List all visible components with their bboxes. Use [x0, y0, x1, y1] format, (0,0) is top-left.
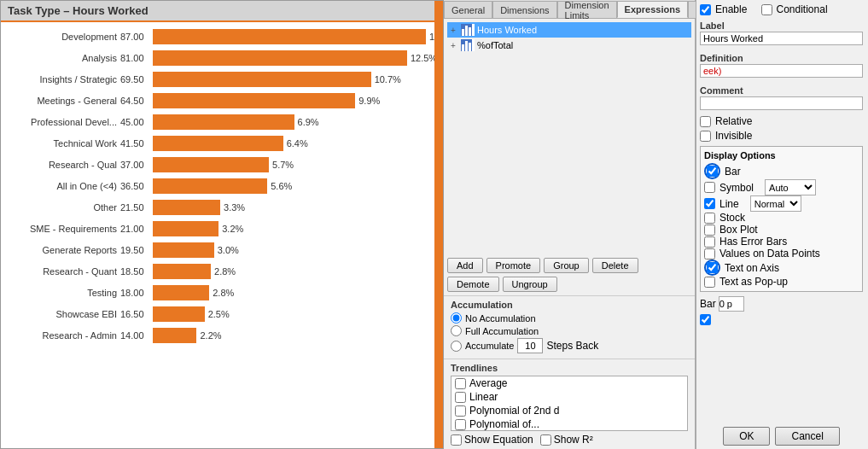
accumulate-radio[interactable]	[451, 341, 462, 352]
bar-outer: 2.8%	[153, 285, 436, 300]
bar-fill	[153, 136, 283, 151]
comment-input[interactable]	[700, 96, 863, 110]
bar-numeric-value: 21.50	[120, 202, 150, 213]
accumulate-label: Accumulate	[465, 341, 514, 351]
error-bars-checkbox[interactable]	[704, 236, 715, 248]
bar-row: Research - Qual37.005.7%	[1, 155, 436, 174]
bar-label: All in One (<4)	[1, 181, 120, 191]
bar-checkbox[interactable]	[707, 166, 718, 177]
relative-checkbox[interactable]	[700, 116, 711, 127]
bar-fill	[153, 200, 220, 215]
bar-input[interactable]	[719, 296, 744, 312]
bar-row: Showcase EBI16.502.5%	[1, 305, 436, 324]
trend-linear-label: Linear	[469, 391, 498, 403]
trend-average-checkbox[interactable]	[455, 378, 466, 389]
enable-row: Enable Conditional	[700, 3, 863, 15]
promote-button[interactable]: Promote	[486, 258, 541, 273]
chart-panel: Task Type – Hours Worked Development87.0…	[0, 0, 444, 449]
bar-percent: 2.5%	[208, 309, 230, 319]
expr-item-label: Hours Worked	[477, 25, 537, 35]
text-on-axis-checkbox[interactable]	[707, 262, 718, 273]
bar-numeric-value: 45.00	[120, 117, 150, 127]
text-as-popup-checkbox[interactable]	[704, 277, 715, 288]
expression-item-1[interactable]: +%ofTotal	[447, 38, 691, 53]
add-button[interactable]: Add	[447, 258, 483, 273]
bar-label: Analysis	[1, 53, 120, 63]
show-r2-checkbox[interactable]	[540, 434, 551, 446]
bar-outer: 2.5%	[153, 306, 436, 322]
label-title: Label	[700, 20, 863, 31]
bar-fill	[153, 221, 218, 236]
symbol-select[interactable]: Auto	[765, 179, 816, 195]
show-equation-checkbox[interactable]	[451, 434, 462, 446]
trendlines-title: Trendlines	[451, 363, 688, 373]
display-options-title: Display Options	[704, 150, 859, 160]
group-button[interactable]: Group	[544, 258, 589, 273]
trend-average-label: Average	[469, 377, 507, 389]
trend-average: Average	[451, 376, 687, 390]
bar-row: SME - Requirements21.003.2%	[1, 219, 436, 238]
full-accumulation-radio[interactable]	[451, 325, 462, 336]
label-input[interactable]	[700, 32, 863, 45]
bar-percent: 3.2%	[222, 224, 243, 234]
bar-numeric-value: 19.50	[120, 245, 150, 255]
bar-numeric-value: 21.00	[120, 224, 150, 234]
bar-fill	[153, 306, 205, 322]
definition-input[interactable]	[700, 64, 863, 78]
symbol-checkbox[interactable]	[704, 182, 715, 193]
line-select[interactable]: Normal	[750, 195, 801, 212]
bar-outer: 6.9%	[153, 114, 436, 130]
tab-expressions[interactable]: Expressions	[617, 1, 688, 18]
trendlines-list[interactable]: Average Linear Polynomial of 2nd d Polyn…	[451, 376, 688, 431]
bar-label: Showcase EBI	[1, 309, 120, 319]
values-data-points-checkbox[interactable]	[704, 248, 715, 259]
trend-polynomial2-checkbox[interactable]	[455, 419, 466, 430]
boxplot-checkbox[interactable]	[704, 224, 715, 236]
show-r2-opt: Show R²	[540, 434, 593, 446]
demote-button[interactable]: Demote	[447, 277, 499, 292]
expression-list[interactable]: +Hours Worked+%ofTotal	[444, 19, 695, 254]
bar-outer: 5.6%	[153, 178, 436, 194]
no-accumulation-label: No Accumulation	[465, 313, 536, 324]
bar-row: Insights / Strategic69.5010.7%	[1, 70, 436, 89]
trend-polynomial-checkbox[interactable]	[455, 405, 466, 417]
display-options-group: Display Options Bar Symbol Auto Line	[700, 146, 863, 292]
no-accumulation-radio[interactable]	[451, 312, 462, 324]
line-checkbox[interactable]	[704, 198, 715, 209]
bar-outer: 3.2%	[153, 221, 436, 236]
stock-checkbox[interactable]	[704, 213, 715, 224]
bottom-checkbox[interactable]	[700, 314, 711, 325]
cancel-button[interactable]: Cancel	[775, 427, 839, 446]
invisible-row: Invisible	[700, 130, 863, 142]
conditional-checkbox[interactable]	[761, 4, 772, 15]
bar-label: Professional Devel...	[1, 117, 120, 127]
enable-checkbox[interactable]	[700, 4, 711, 15]
ungroup-button[interactable]: Ungroup	[503, 277, 557, 292]
bar-percent: 2.2%	[200, 330, 221, 341]
error-bars-label: Has Error Bars	[719, 236, 787, 248]
expr-expand-icon: +	[451, 41, 461, 50]
bar-outer: 13.4%	[153, 29, 444, 44]
bar-label: Other	[1, 202, 120, 213]
tab-general[interactable]: General	[444, 1, 492, 18]
bar-fill	[153, 50, 407, 66]
delete-button[interactable]: Delete	[592, 258, 638, 273]
tab-dimension-limits[interactable]: Dimension Limits	[557, 1, 617, 18]
trend-linear-checkbox[interactable]	[455, 392, 466, 403]
bottom-buttons: OK Cancel	[700, 423, 863, 446]
expression-item-0[interactable]: +Hours Worked	[447, 22, 691, 38]
invisible-checkbox[interactable]	[700, 131, 711, 142]
ok-button[interactable]: OK	[723, 427, 770, 446]
bar-percent: 5.7%	[272, 160, 294, 170]
chart-right-strip	[434, 1, 443, 448]
tab-dimensions[interactable]: Dimensions	[492, 1, 556, 18]
definition-section: Definition	[700, 50, 863, 80]
trend-linear: Linear	[451, 390, 687, 404]
bar-numeric-value: 14.00	[120, 330, 150, 341]
bar-numeric-value: 16.50	[120, 309, 150, 319]
show-equation-opt: Show Equation	[451, 434, 533, 446]
bar-section-label: Bar	[700, 298, 716, 310]
text-as-popup-row: Text as Pop-up	[704, 276, 859, 288]
show-r2-label: Show R²	[554, 434, 593, 446]
steps-input[interactable]	[517, 338, 543, 353]
